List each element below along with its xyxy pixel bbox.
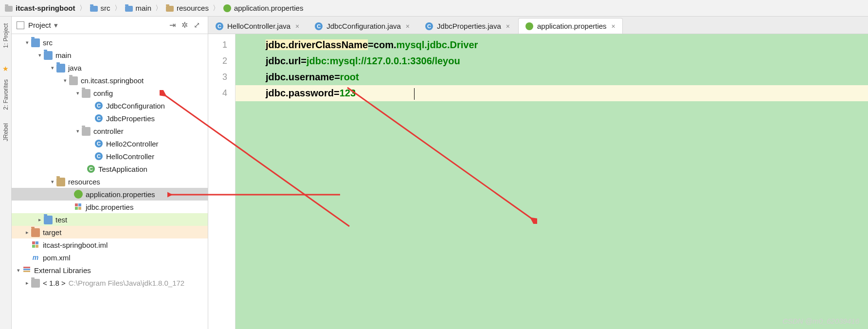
tree-jdbc-properties[interactable]: jdbc.properties (12, 201, 208, 213)
tree-config[interactable]: ▾config (12, 87, 208, 99)
tree-java[interactable]: ▾java (12, 61, 208, 74)
line-number: 3 (208, 69, 227, 85)
dropdown-icon[interactable]: ▾ (54, 21, 58, 30)
close-icon[interactable]: × (295, 22, 299, 30)
project-panel-header: Project ▾ ⇥ ✲ ⤢ (12, 17, 208, 34)
code-content[interactable]: jdbc.driverClassName=com.mysql.jdbc.Driv… (235, 34, 868, 329)
chevron-down-icon: ▾ (36, 52, 44, 58)
project-panel-title: Project (28, 21, 51, 29)
collapse-icon[interactable]: ⇥ (166, 20, 179, 30)
rail-project[interactable]: 1: Project (1, 17, 10, 55)
class-icon: C (95, 140, 103, 147)
tree-label: < 1.8 > (43, 279, 66, 287)
chevron-right-icon: ▸ (23, 229, 31, 236)
class-icon: C (216, 22, 223, 30)
spring-icon (74, 190, 83, 199)
rail-jrebel[interactable]: JRebel (1, 116, 10, 148)
package-icon (82, 127, 90, 136)
line-number: 4 (208, 85, 227, 101)
tree-hello[interactable]: CHelloController (12, 150, 208, 163)
tree-main[interactable]: ▾main (12, 49, 208, 61)
tab-label: JdbcConfiguration.java (326, 22, 401, 30)
hide-icon[interactable]: ⤢ (191, 20, 203, 30)
gear-icon[interactable]: ✲ (179, 20, 191, 30)
tree-label: jdbc.properties (86, 203, 133, 211)
folder-icon (5, 6, 13, 12)
tree-jdbcconfig[interactable]: CJdbcConfiguration (12, 99, 208, 112)
rail-favorites[interactable]: 2: Favorites (1, 73, 10, 117)
tab-hellocontroller[interactable]: CHelloController.java× (208, 18, 307, 34)
close-icon[interactable]: × (612, 22, 615, 30)
tree-package[interactable]: ▾cn.itcast.springboot (12, 74, 208, 87)
tree-hello2[interactable]: CHello2Controller (12, 137, 208, 150)
tree-controller[interactable]: ▾controller (12, 125, 208, 137)
tree-testapp[interactable]: CTestApplication (12, 163, 208, 175)
class-icon: C (315, 22, 323, 30)
tree-external-libs[interactable]: ▾External Libraries (12, 264, 208, 276)
class-icon: C (425, 22, 433, 30)
resources-folder-icon (56, 178, 65, 186)
editor-area: CHelloController.java× CJdbcConfiguratio… (208, 17, 868, 329)
breadcrumb-main-text: main (136, 4, 152, 12)
folder-icon (56, 64, 65, 73)
breadcrumb-src-text: src (101, 4, 110, 12)
class-run-icon: C (87, 165, 95, 173)
tree-label: target (43, 228, 61, 237)
chevron-down-icon: ▾ (15, 267, 22, 274)
tree-pom[interactable]: mpom.xml (12, 251, 208, 264)
tree-label: External Libraries (34, 266, 91, 274)
breadcrumb-resources-text: resources (177, 4, 209, 12)
tree-label: HelloController (106, 152, 154, 161)
package-icon (69, 76, 78, 85)
breadcrumb-main[interactable]: main (123, 4, 154, 12)
tree-label: resources (68, 178, 100, 186)
code-editor[interactable]: 1 2 3 4 jdbc.driverClassName=com.mysql.j… (208, 34, 868, 329)
tree-iml[interactable]: itcast-springboot.iml (12, 238, 208, 251)
breadcrumb-file-text: application.properties (234, 4, 304, 12)
breadcrumb-src[interactable]: src (88, 4, 112, 12)
close-icon[interactable]: × (506, 22, 510, 30)
tree-jdk-path: C:\Program Files\Java\jdk1.8.0_172 (69, 279, 184, 287)
star-icon: ★ (2, 55, 9, 73)
tab-appprops[interactable]: application.properties× (518, 18, 623, 34)
chevron-down-icon: ▾ (23, 39, 31, 46)
breadcrumb-project[interactable]: itcast-springboot (3, 4, 77, 12)
folder-icon (31, 228, 40, 237)
class-icon: C (95, 152, 103, 160)
tree-target[interactable]: ▸target (12, 226, 208, 238)
tree-label: Hello2Controller (106, 140, 159, 148)
tree-label: src (43, 38, 53, 47)
tree-label: java (68, 64, 82, 72)
tree-app-properties[interactable]: application.properties (12, 188, 208, 201)
tab-label: JdbcProperties.java (437, 22, 501, 30)
code-line: jdbc.username=root (266, 69, 868, 85)
watermark-text: CSDN @m0_62039416 (782, 317, 859, 325)
line-gutter: 1 2 3 4 (208, 34, 235, 329)
chevron-down-icon: ▾ (74, 128, 82, 134)
left-tool-rail: 1: Project ★ 2: Favorites JRebel (0, 17, 12, 329)
tab-label: application.properties (537, 22, 607, 30)
chevron-right-icon: 〉 (211, 4, 221, 13)
tree-jdbcprops[interactable]: CJdbcProperties (12, 112, 208, 125)
chevron-right-icon: ▸ (23, 280, 31, 286)
spring-icon (223, 4, 231, 12)
tree-resources[interactable]: ▾resources (12, 175, 208, 188)
tree-src[interactable]: ▾src (12, 36, 208, 49)
editor-tab-bar: CHelloController.java× CJdbcConfiguratio… (208, 17, 868, 34)
breadcrumb-resources[interactable]: resources (164, 4, 211, 12)
folder-icon (31, 279, 40, 288)
close-icon[interactable]: × (406, 22, 410, 30)
tree-label: JdbcConfiguration (106, 102, 165, 110)
tree-jdk[interactable]: ▸< 1.8 >C:\Program Files\Java\jdk1.8.0_1… (12, 276, 208, 289)
breadcrumb-project-text: itcast-springboot (16, 4, 75, 12)
breadcrumb-file[interactable]: application.properties (221, 4, 306, 12)
tree-test[interactable]: ▸test (12, 213, 208, 226)
project-view-icon[interactable] (17, 21, 24, 29)
tree-label: cn.itcast.springboot (81, 76, 144, 85)
project-tree[interactable]: ▾src ▾main ▾java ▾cn.itcast.springboot ▾… (12, 34, 208, 329)
tab-jdbcconfig[interactable]: CJdbcConfiguration.java× (307, 18, 417, 34)
tree-label: main (55, 51, 72, 59)
class-icon: C (95, 102, 103, 110)
class-icon: C (95, 114, 103, 122)
tab-jdbcprops[interactable]: CJdbcProperties.java× (418, 18, 517, 34)
